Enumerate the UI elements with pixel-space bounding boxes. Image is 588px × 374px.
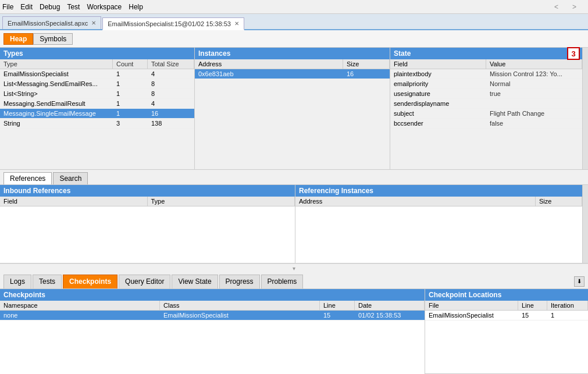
- collapse-button[interactable]: ⬇: [574, 276, 585, 287]
- col-field: Field: [0, 197, 148, 206]
- tab-session-close[interactable]: ✕: [234, 20, 239, 27]
- state-field: plaintextbody: [390, 69, 486, 79]
- type-count: 1: [113, 109, 148, 118]
- inbound-refs-header: Inbound References: [0, 185, 295, 197]
- menu-file[interactable]: File: [2, 3, 13, 11]
- col-file: File: [425, 301, 518, 310]
- col-iteration: Iteration: [547, 301, 588, 310]
- cpl-row[interactable]: EmailMissionSpecialist 15 1: [425, 311, 588, 320]
- state-panel-header: State: [390, 48, 582, 59]
- tab-logs[interactable]: Logs: [3, 275, 31, 288]
- state-list: plaintextbody Mission Control 123: Yo...…: [390, 69, 582, 169]
- state-row: plaintextbody Mission Control 123: Yo...: [390, 69, 582, 79]
- menu-test[interactable]: Test: [67, 3, 80, 11]
- state-field: bccsender: [390, 119, 486, 128]
- tab-session-label: EmailMissionSpecialist:15@01/02 15:38:53: [108, 20, 231, 27]
- type-size: 8: [148, 89, 194, 98]
- tab-search[interactable]: Search: [53, 172, 88, 184]
- state-value: Mission Control 123: Yo...: [486, 69, 582, 79]
- tab-problems[interactable]: Problems: [261, 275, 304, 288]
- tab-apxc[interactable]: EmailMissionSpecialist.apxc ✕: [2, 16, 101, 29]
- instance-address: 0x6e831aeb: [195, 69, 343, 79]
- type-row[interactable]: List<Messaging.SendEmailRes... 1 8: [0, 79, 194, 89]
- type-name: String: [0, 119, 113, 128]
- state-field: emailpriority: [390, 79, 486, 88]
- state-row: emailpriority Normal: [390, 79, 582, 89]
- type-size: 8: [148, 79, 194, 88]
- tab-view-state[interactable]: View State: [172, 275, 218, 288]
- cp-class: EmailMissionSpecialist: [160, 311, 320, 320]
- col-size: Size: [343, 59, 390, 69]
- instance-row-selected[interactable]: 0x6e831aeb 16 2: [195, 69, 390, 79]
- cp-namespace: none: [0, 311, 160, 320]
- tab-progress[interactable]: Progress: [219, 275, 260, 288]
- tab-session[interactable]: EmailMissionSpecialist:15@01/02 15:38:53…: [102, 17, 244, 30]
- cp-row-selected[interactable]: none EmailMissionSpecialist 15 01/02 15:…: [0, 311, 425, 320]
- right-scrollbar[interactable]: [582, 48, 588, 169]
- menu-edit[interactable]: Edit: [20, 3, 33, 11]
- type-row-selected[interactable]: Messaging.SingleEmailMessage 1 16 1: [0, 109, 194, 119]
- state-field: usesignature: [390, 89, 486, 98]
- nav-next[interactable]: >: [570, 3, 579, 11]
- annotation-3: 3: [567, 47, 580, 60]
- checkpoints-panel: Checkpoints Namespace Class Line Date no…: [0, 289, 425, 374]
- cpl-header: Checkpoint Locations: [425, 289, 588, 301]
- scroll-indicator[interactable]: ▾: [0, 263, 588, 273]
- type-row[interactable]: String 3 138: [0, 119, 194, 129]
- symbols-button[interactable]: Symbols: [33, 33, 73, 45]
- tab-query-editor[interactable]: Query Editor: [119, 275, 170, 288]
- menu-help[interactable]: Help: [129, 3, 143, 11]
- state-row: subject Flight Path Change: [390, 109, 582, 119]
- menu-workspace[interactable]: Workspace: [87, 3, 122, 11]
- type-name: Messaging.SendEmailResult: [0, 99, 113, 108]
- col-line: Line: [320, 301, 355, 310]
- type-count: 1: [113, 69, 148, 79]
- inbound-refs-content: [0, 206, 295, 263]
- state-value: true: [486, 89, 582, 98]
- referencing-col-headers: Address Size: [295, 197, 582, 206]
- col-value: Value: [486, 59, 582, 69]
- checkpoints-header: Checkpoints: [0, 289, 425, 301]
- col-line: Line: [518, 301, 547, 310]
- nav-prev[interactable]: <: [552, 3, 561, 11]
- tab-tests[interactable]: Tests: [33, 275, 62, 288]
- state-panel: State 3 Field Value plaintextbody Missio…: [390, 48, 582, 169]
- cpl-file: EmailMissionSpecialist: [425, 311, 518, 320]
- tab-apxc-label: EmailMissionSpecialist.apxc: [8, 20, 88, 27]
- types-col-headers: Type Count Total Size: [0, 59, 194, 69]
- inbound-col-headers: Field Type: [0, 197, 295, 206]
- col-size: Size: [536, 197, 582, 206]
- state-field: subject: [390, 109, 486, 118]
- type-name: List<Messaging.SendEmailRes...: [0, 79, 113, 88]
- type-name: EmailMissionSpecialist: [0, 69, 113, 79]
- cp-date: 01/02 15:38:53: [355, 311, 425, 320]
- instances-list: 0x6e831aeb 16 2: [195, 69, 390, 169]
- state-value: Flight Path Change: [486, 109, 582, 118]
- cpl-line: 15: [518, 311, 547, 320]
- col-namespace: Namespace: [0, 301, 160, 310]
- state-field: senderdisplayname: [390, 99, 486, 108]
- tab-checkpoints[interactable]: Checkpoints: [63, 275, 117, 288]
- state-value: [486, 99, 582, 108]
- menu-debug[interactable]: Debug: [40, 3, 60, 11]
- tab-references[interactable]: References: [3, 172, 52, 184]
- tab-apxc-close[interactable]: ✕: [91, 20, 96, 26]
- heap-button[interactable]: Heap: [3, 33, 33, 45]
- type-count: 1: [113, 79, 148, 88]
- type-size: 138: [148, 119, 194, 128]
- type-count: 3: [113, 119, 148, 128]
- col-address: Address: [295, 197, 536, 206]
- type-row[interactable]: EmailMissionSpecialist 1 4: [0, 69, 194, 79]
- col-total-size: Total Size: [148, 59, 194, 69]
- refs-right-scrollbar[interactable]: [582, 185, 588, 263]
- instances-panel: Instances Address Size 0x6e831aeb 16 2: [195, 48, 390, 169]
- type-row[interactable]: List<String> 1 8: [0, 89, 194, 99]
- state-row: bccsender false: [390, 119, 582, 129]
- cp-col-headers: Namespace Class Line Date: [0, 301, 425, 311]
- menu-bar: File Edit Debug Test Workspace Help < >: [0, 0, 588, 14]
- type-row[interactable]: Messaging.SendEmailResult 1 4: [0, 99, 194, 109]
- inbound-references-panel: Inbound References Field Type: [0, 185, 295, 263]
- col-address: Address: [195, 59, 343, 69]
- refs-area: Inbound References Field Type Referencin…: [0, 185, 588, 263]
- cp-list: none EmailMissionSpecialist 15 01/02 15:…: [0, 311, 425, 374]
